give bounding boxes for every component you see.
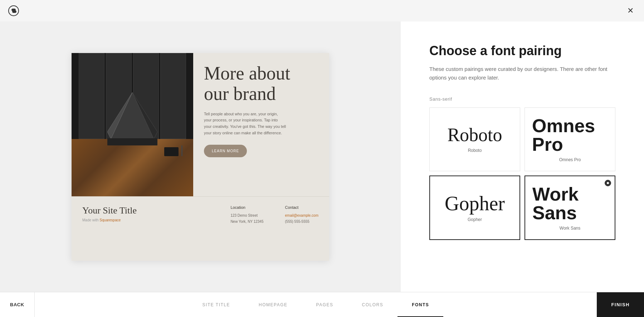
font-card-roboto[interactable]: Roboto Roboto	[429, 107, 520, 171]
nav-step-pages[interactable]: PAGES	[302, 292, 348, 317]
panel-title: Choose a font pairing	[429, 43, 615, 58]
preview-bottom: Your Site Title Made with Squarespace Lo…	[72, 196, 329, 233]
preview-footer-columns: Location 123 Demo Street New York, NY 12…	[230, 205, 318, 225]
font-grid-row1: Roboto Roboto Omnes Pro Omnes Pro	[429, 107, 615, 171]
preview-made-with: Made with Squarespace	[82, 218, 137, 222]
font-grid-row2: Gopher Gopher Work Sans Work Sans	[429, 176, 615, 240]
preview-site-info: Your Site Title Made with Squarespace	[82, 205, 137, 222]
bottom-nav: BACK SITE TITLE HOMEPAGE PAGES COLORS FO…	[0, 292, 644, 317]
nav-step-fonts[interactable]: FONTS	[397, 292, 443, 317]
squarespace-link: Squarespace	[99, 218, 121, 222]
preview-site-title: Your Site Title	[82, 205, 137, 216]
nav-step-site-title[interactable]: SITE TITLE	[188, 292, 244, 317]
nav-steps: SITE TITLE HOMEPAGE PAGES COLORS FONTS	[35, 292, 597, 317]
roboto-preview: Roboto	[447, 126, 502, 144]
preview-learn-more-button: LEARN MORE	[204, 145, 247, 157]
svg-rect-3	[107, 138, 157, 145]
work-sans-label: Work Sans	[560, 226, 580, 231]
gopher-label: Gopher	[468, 217, 482, 222]
preview-contact-col: Contact email@example.com (555) 555-5555	[285, 205, 318, 225]
nav-step-colors[interactable]: COLORS	[347, 292, 397, 317]
finish-button[interactable]: FINISH	[597, 292, 644, 317]
right-panel: Choose a font pairing These custom pairi…	[401, 21, 644, 292]
preview-image	[72, 53, 193, 196]
work-sans-preview: Work Sans	[532, 185, 608, 222]
nav-step-homepage[interactable]: HOMEPAGE	[244, 292, 302, 317]
top-bar: ✕	[0, 0, 644, 21]
preview-headline: More about our brand	[204, 63, 318, 104]
font-card-omnes-pro[interactable]: Omnes Pro Omnes Pro	[525, 107, 615, 171]
preview-panel: More about our brand Tell people about w…	[0, 21, 401, 292]
svg-marker-0	[111, 92, 154, 139]
omnes-pro-label: Omnes Pro	[559, 157, 581, 162]
close-button[interactable]: ✕	[624, 4, 637, 17]
preview-frame: More about our brand Tell people about w…	[72, 53, 329, 261]
category-label: Sans-serif	[429, 96, 615, 102]
contact-email: email@example.com	[285, 213, 318, 217]
squarespace-logo	[7, 4, 20, 17]
main-content: More about our brand Tell people about w…	[0, 21, 644, 292]
roboto-label: Roboto	[468, 148, 482, 153]
font-card-work-sans[interactable]: Work Sans Work Sans	[525, 176, 615, 240]
panel-subtitle: These custom pairings were curated by ou…	[429, 65, 615, 82]
font-card-gopher[interactable]: Gopher Gopher	[429, 176, 520, 240]
preview-body-text: Tell people about who you are, your orig…	[204, 111, 286, 136]
gopher-preview: Gopher	[445, 193, 505, 213]
preview-location-col: Location 123 Demo Street New York, NY 12…	[230, 205, 263, 225]
omnes-pro-preview: Omnes Pro	[532, 116, 608, 154]
preview-text-area: More about our brand Tell people about w…	[193, 53, 329, 196]
back-button[interactable]: BACK	[0, 292, 35, 317]
work-sans-selected-dot	[605, 180, 611, 186]
